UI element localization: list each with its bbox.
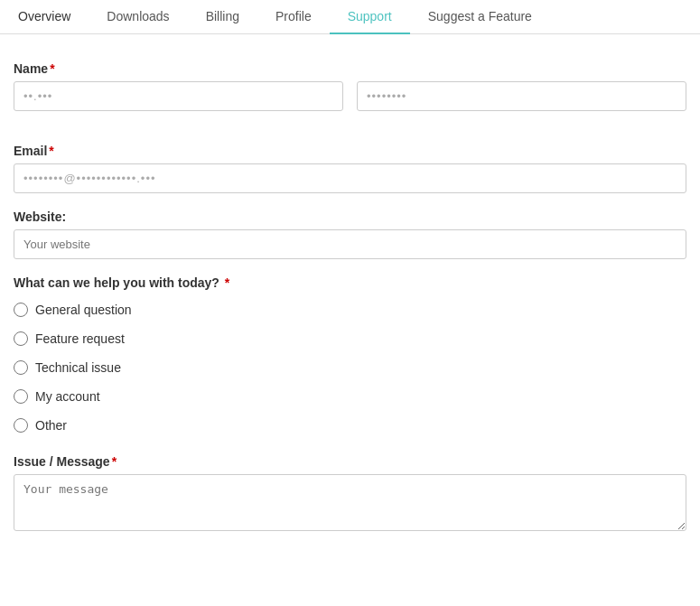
last-name-input[interactable]	[357, 81, 686, 111]
first-name-input[interactable]	[14, 81, 343, 111]
radio-technical-label: Technical issue	[35, 360, 121, 375]
radio-other[interactable]	[14, 418, 28, 433]
radio-general-label: General question	[35, 303, 132, 317]
website-group: Website:	[14, 210, 686, 259]
help-required-marker: *	[221, 275, 229, 290]
radio-technical[interactable]	[14, 360, 28, 375]
radio-feature[interactable]	[14, 331, 28, 346]
email-input[interactable]	[14, 163, 686, 193]
radio-other-label: Other	[35, 418, 67, 433]
email-label: Email*	[14, 144, 686, 158]
website-label: Website:	[14, 210, 686, 224]
tab-support[interactable]: Support	[330, 0, 410, 34]
support-form-content: Name* Name Email* Website: What can we h…	[0, 34, 700, 606]
radio-item-other[interactable]: Other	[14, 418, 686, 433]
tab-overview[interactable]: Overview	[0, 0, 89, 34]
radio-item-technical[interactable]: Technical issue	[14, 360, 686, 375]
tab-billing[interactable]: Billing	[188, 0, 257, 34]
message-textarea[interactable]	[14, 474, 686, 531]
help-topic-label: What can we help you with today? *	[14, 275, 686, 290]
name-required-marker: *	[50, 61, 54, 76]
radio-item-account[interactable]: My account	[14, 389, 686, 404]
radio-item-feature[interactable]: Feature request	[14, 331, 686, 346]
tab-downloads[interactable]: Downloads	[89, 0, 187, 34]
last-name-group: Name	[357, 61, 686, 111]
tab-suggest[interactable]: Suggest a Feature	[410, 0, 550, 34]
help-topic-group: What can we help you with today? * Gener…	[14, 275, 686, 438]
radio-feature-label: Feature request	[35, 331, 125, 346]
message-required-marker: *	[112, 454, 117, 469]
tab-profile[interactable]: Profile	[257, 0, 330, 34]
radio-group: General question Feature request Technic…	[14, 303, 686, 438]
name-row: Name* Name	[14, 61, 686, 127]
email-required-marker: *	[49, 144, 53, 158]
radio-general[interactable]	[14, 303, 28, 317]
first-name-group: Name*	[14, 61, 343, 111]
website-input[interactable]	[14, 229, 686, 259]
radio-item-general[interactable]: General question	[14, 303, 686, 317]
message-group: Issue / Message*	[14, 454, 686, 531]
message-label: Issue / Message*	[14, 454, 686, 469]
nav-tabs: Overview Downloads Billing Profile Suppo…	[0, 0, 700, 34]
email-group: Email*	[14, 144, 686, 193]
name-label: Name*	[14, 61, 343, 76]
radio-account[interactable]	[14, 389, 28, 404]
radio-account-label: My account	[35, 389, 100, 404]
